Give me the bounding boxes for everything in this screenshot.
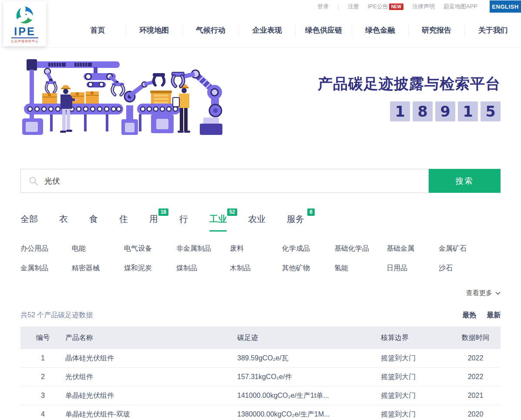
subcategory-item[interactable]: 木制品: [230, 264, 282, 273]
view-more-link[interactable]: 查看更多: [20, 289, 501, 297]
subcategory-item[interactable]: 废料: [230, 244, 282, 253]
cell-footprint: 1380000.00kgCO₂e/生产1M...: [237, 410, 381, 419]
table-row[interactable]: 3 单晶硅光伏组件 141000.00kgCO₂e/生产1t单... 摇篮到大门…: [20, 386, 501, 405]
subcategory-item[interactable]: 办公用品: [20, 244, 72, 253]
cell-no: 1: [20, 354, 65, 362]
subcategory-item[interactable]: 电气设备: [124, 244, 176, 253]
english-button[interactable]: ENGLISH: [490, 0, 521, 13]
ipe-swirl-icon: [15, 5, 35, 25]
subcategory-item[interactable]: 其他矿物: [282, 264, 334, 273]
nav-item-home[interactable]: 首页: [70, 24, 126, 37]
tab-clothing[interactable]: 衣: [59, 213, 68, 232]
record-counter: 1 8 9 1 5: [318, 101, 501, 121]
announcement-link[interactable]: IPE公告NEW: [368, 3, 403, 10]
sort-hottest[interactable]: 最热: [462, 311, 476, 320]
counter-digit: 1: [390, 101, 410, 121]
search-icon: [29, 176, 38, 186]
app-link[interactable]: 蔚蓝地图APP: [444, 3, 477, 10]
cell-boundary: 摇篮到大门: [381, 373, 450, 382]
search-box[interactable]: [20, 169, 429, 193]
subcategory-grid: 办公用品 电能 电气设备 非金属制品 废料 化学成品 基础化学品 基础金属 金属…: [20, 244, 501, 273]
subcategory-item[interactable]: 基础金属: [387, 244, 439, 253]
table-row[interactable]: 1 晶体硅光伏组件 389.59gCO₂e/瓦 摇篮到大门 2022: [20, 349, 501, 368]
tab-industry[interactable]: 工业52: [209, 213, 227, 232]
tab-label: 服务: [287, 214, 304, 224]
cell-product-name[interactable]: 晶体硅光伏组件: [65, 354, 237, 363]
col-header-boundary: 核算边界: [381, 333, 450, 343]
cell-year: 2022: [450, 373, 501, 381]
nav-item-green-finance[interactable]: 绿色金融: [352, 24, 408, 37]
platform-title: 产品碳足迹披露与检索平台: [318, 74, 501, 94]
subcategory-item[interactable]: 基础化学品: [334, 244, 387, 253]
register-link[interactable]: 注册: [348, 3, 359, 10]
hero-right: 产品碳足迹披露与检索平台 1 8 9 1 5: [318, 74, 501, 121]
table-row[interactable]: 4 单晶硅光伏组件-双玻 1380000.00kgCO₂e/生产1M... 摇篮…: [20, 405, 501, 420]
subcategory-item[interactable]: 金属矿石: [439, 244, 501, 253]
logo-text: IPE: [14, 26, 35, 37]
cell-boundary: 摇篮到大门: [381, 354, 450, 363]
tab-agriculture[interactable]: 农业: [248, 213, 266, 232]
cell-boundary: 摇篮到大门: [381, 410, 450, 419]
search-input[interactable]: [44, 176, 420, 185]
subcategory-item[interactable]: 煤制品: [176, 264, 230, 273]
subcategory-item[interactable]: 氢能: [334, 264, 387, 273]
chevron-down-icon: [495, 292, 501, 295]
subcategory-item[interactable]: 非金属制品: [176, 244, 230, 253]
logo-subtitle: 公众环境研究中心: [11, 39, 39, 44]
cell-product-name[interactable]: 单晶硅光伏组件: [65, 391, 237, 400]
subcategory-item[interactable]: 化学成品: [282, 244, 334, 253]
nav-item-reports[interactable]: 研究报告: [408, 24, 465, 37]
nav-item-corp[interactable]: 企业表现: [239, 24, 295, 37]
tab-label: 农业: [248, 214, 266, 224]
nav-item-climate[interactable]: 气候行动: [182, 24, 239, 37]
table-row[interactable]: 2 光伏组件 157.31kgCO₂e/件 摇篮到大门 2022: [20, 368, 501, 386]
subcategory-item[interactable]: 煤和泥炭: [124, 264, 176, 273]
cell-boundary: 摇篮到大门: [381, 391, 450, 400]
cell-year: 2021: [450, 392, 501, 400]
tab-all[interactable]: 全部: [20, 213, 38, 232]
cell-year: 2020: [450, 410, 501, 418]
tab-housing[interactable]: 住: [119, 213, 128, 232]
counter-digit: 1: [458, 101, 478, 121]
counter-digit: 8: [413, 101, 433, 121]
subcategory-item[interactable]: 金属制品: [20, 264, 72, 273]
col-header-footprint: 碳足迹: [237, 333, 381, 343]
cell-footprint: 389.59gCO₂e/瓦: [237, 354, 381, 363]
sort-options: 最热 最新: [462, 311, 501, 320]
sort-newest[interactable]: 最新: [487, 311, 501, 320]
nav-item-about[interactable]: 关于我们: [464, 24, 521, 37]
tab-label: 用: [149, 214, 158, 224]
counter-digit: 5: [481, 101, 501, 121]
tab-services[interactable]: 服务6: [287, 213, 304, 232]
cell-year: 2022: [450, 354, 501, 362]
announcement-label: IPE公告: [368, 3, 388, 10]
subcategory-item[interactable]: 日用品: [387, 264, 439, 273]
ipe-logo[interactable]: IPE 公众环境研究中心: [3, 1, 46, 46]
subcategory-item[interactable]: 精密器械: [72, 264, 124, 273]
results-count: 共52 个产品碳足迹数据: [20, 311, 93, 320]
cell-footprint: 157.31kgCO₂e/件: [237, 373, 381, 382]
tab-label: 行: [179, 214, 188, 224]
topbar-divider: |: [337, 3, 339, 10]
new-badge: NEW: [389, 3, 403, 10]
nav-item-green-supply[interactable]: 绿色供应链: [295, 24, 352, 37]
search-button[interactable]: 搜索: [429, 169, 501, 193]
cell-product-name[interactable]: 单晶硅光伏组件-双玻: [65, 410, 237, 419]
tab-daily-use[interactable]: 用18: [149, 213, 158, 232]
tab-label: 食: [89, 214, 98, 224]
factory-illustration: [20, 54, 223, 137]
logo-english-line: [11, 37, 38, 38]
subcategory-item[interactable]: 电能: [72, 244, 124, 253]
nav-items: 首页 环境地图 气候行动 企业表现 绿色供应链 绿色金融 研究报告 关于我们: [70, 24, 521, 37]
count-badge: 18: [158, 208, 168, 216]
nav-item-env-map[interactable]: 环境地图: [126, 24, 182, 37]
tab-label: 全部: [20, 214, 38, 224]
tab-label: 衣: [59, 214, 68, 224]
tab-food[interactable]: 食: [89, 213, 98, 232]
legal-link[interactable]: 法律声明: [412, 3, 435, 10]
cell-product-name[interactable]: 光伏组件: [65, 373, 237, 382]
tab-transport[interactable]: 行: [179, 213, 188, 232]
top-utility-bar: 登录 | 注册 IPE公告NEW 法律声明 蔚蓝地图APP ENGLISH: [0, 0, 521, 13]
subcategory-item[interactable]: 沙石: [439, 264, 501, 273]
login-link[interactable]: 登录: [317, 3, 329, 10]
